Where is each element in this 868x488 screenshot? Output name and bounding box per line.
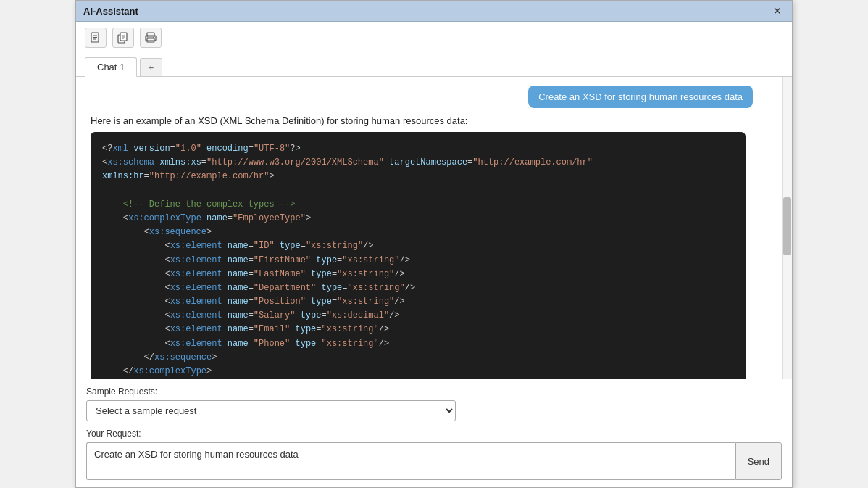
user-message-bubble: Create an XSD for storing human resource…: [91, 86, 767, 108]
copy-icon: [117, 32, 129, 44]
chat-scrollbar[interactable]: [782, 77, 792, 379]
bottom-section: Sample Requests: Select a sample request…: [76, 379, 792, 487]
ai-assistant-window: AI-Assistant ✕: [75, 0, 793, 488]
svg-rect-9: [147, 33, 154, 37]
request-input-row: Send: [86, 442, 782, 480]
new-document-button[interactable]: [85, 28, 107, 48]
svg-point-12: [153, 37, 154, 38]
print-button[interactable]: [140, 28, 162, 48]
request-textarea[interactable]: [86, 442, 735, 480]
send-button[interactable]: Send: [735, 442, 782, 480]
window-title: AI-Assistant: [83, 6, 138, 17]
assistant-message: Here is an example of an XSD (XML Schema…: [91, 115, 767, 379]
sample-requests-select[interactable]: Select a sample request: [86, 400, 456, 421]
copy-button[interactable]: [112, 28, 134, 48]
new-doc-icon: [90, 32, 101, 44]
title-bar: AI-Assistant ✕: [76, 1, 792, 22]
tab-chat1[interactable]: Chat 1: [85, 57, 137, 77]
chat-scroll-wrapper: Create an XSD for storing human resource…: [76, 77, 792, 379]
scrollbar-thumb[interactable]: [783, 197, 791, 255]
toolbar: [76, 22, 792, 54]
close-button[interactable]: ✕: [770, 5, 785, 17]
tabs-row: Chat 1 +: [76, 54, 792, 77]
your-request-label: Your Request:: [86, 429, 782, 439]
print-icon: [145, 32, 157, 44]
user-bubble-text: Create an XSD for storing human resource…: [528, 86, 753, 108]
assistant-intro-text: Here is an example of an XSD (XML Schema…: [91, 115, 746, 126]
tab-add-button[interactable]: +: [140, 58, 162, 76]
svg-rect-5: [120, 33, 127, 41]
sample-requests-label: Sample Requests:: [86, 386, 782, 397]
code-block: <?xml version="1.0" encoding="UTF-8"?> <…: [91, 132, 746, 379]
chat-messages-area[interactable]: Create an XSD for storing human resource…: [76, 77, 782, 379]
